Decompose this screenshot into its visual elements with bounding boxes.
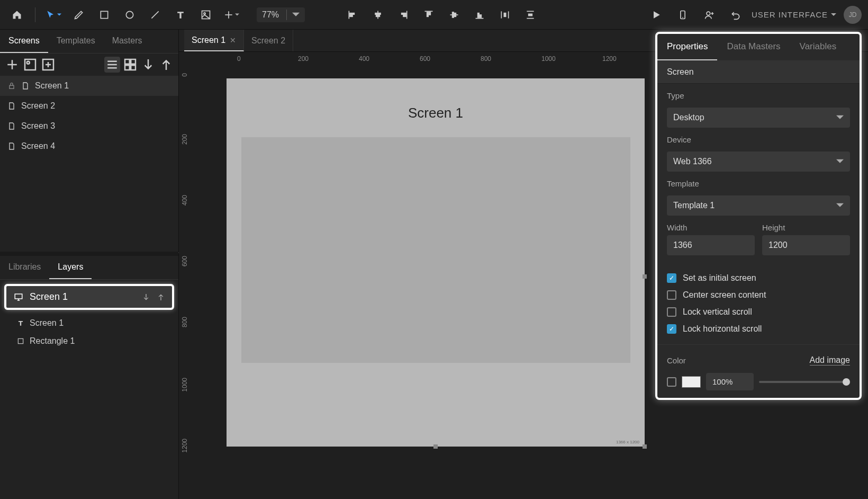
layer-label: Rectangle 1: [30, 336, 75, 346]
ruler-tick: 800: [181, 317, 188, 327]
svg-rect-20: [453, 12, 454, 17]
add-folder-icon[interactable]: [40, 57, 56, 73]
tab-data-masters[interactable]: Data Masters: [717, 34, 790, 60]
rectangle-tool-icon[interactable]: [94, 4, 115, 25]
line-tool-icon[interactable]: [144, 4, 166, 25]
svg-point-33: [707, 12, 710, 15]
device-preview-icon[interactable]: [672, 4, 693, 25]
add-tool-icon[interactable]: [221, 4, 242, 25]
page-icon: [7, 101, 16, 111]
sort-down-icon[interactable]: [140, 57, 156, 73]
layer-item-text[interactable]: Screen 1: [0, 314, 178, 332]
text-tool-icon[interactable]: [170, 4, 191, 25]
tab-variables[interactable]: Variables: [790, 34, 846, 60]
tab-masters[interactable]: Masters: [104, 30, 151, 53]
align-left-icon[interactable]: [342, 4, 363, 25]
share-icon[interactable]: [699, 4, 720, 25]
screen-label: Screen 2: [21, 101, 55, 111]
pen-tool-icon[interactable]: [68, 4, 89, 25]
svg-rect-12: [376, 15, 380, 16]
screen-item-2[interactable]: Screen 2: [0, 96, 178, 116]
close-icon[interactable]: ✕: [230, 36, 236, 44]
canvas-tab-1[interactable]: Screen 1✕: [184, 30, 244, 51]
ruler-tick: 1200: [181, 439, 188, 453]
color-swatch[interactable]: [682, 376, 701, 388]
template-select[interactable]: Template 1: [667, 195, 850, 216]
tab-properties[interactable]: Properties: [657, 34, 717, 60]
align-center-h-icon[interactable]: [367, 4, 388, 25]
screen-item-4[interactable]: Screen 4: [0, 136, 178, 156]
ruler-tick: 600: [181, 256, 188, 266]
arrow-up-icon[interactable]: [156, 292, 166, 302]
align-middle-icon[interactable]: [444, 4, 465, 25]
artboard-title-text[interactable]: Screen 1: [227, 78, 645, 137]
align-top-icon[interactable]: [418, 4, 439, 25]
color-visibility-checkbox[interactable]: [667, 377, 676, 387]
topbar-right: USER INTERFACE JD: [646, 4, 862, 25]
align-bottom-icon[interactable]: [469, 4, 490, 25]
zoom-control[interactable]: 77%: [257, 7, 305, 22]
arrow-down-icon[interactable]: [141, 292, 151, 302]
height-input[interactable]: [762, 235, 850, 255]
svg-rect-47: [131, 59, 135, 64]
grid-view-icon[interactable]: [122, 57, 138, 73]
ruler-tick: 200: [181, 134, 188, 145]
monitor-icon: [13, 292, 24, 302]
play-icon[interactable]: [646, 4, 667, 25]
chevron-down-icon: [831, 12, 836, 17]
list-view-icon[interactable]: [104, 57, 120, 73]
home-icon[interactable]: [6, 4, 28, 25]
resize-handle-bottom[interactable]: [433, 444, 438, 449]
tab-templates[interactable]: Templates: [48, 30, 104, 53]
tab-screens[interactable]: Screens: [0, 30, 48, 53]
svg-point-39: [27, 61, 30, 64]
layer-item-rect[interactable]: Rectangle 1: [0, 332, 178, 350]
svg-line-2: [151, 11, 158, 18]
sort-up-icon[interactable]: [158, 57, 174, 73]
undo-icon[interactable]: [725, 4, 746, 25]
pointer-tool-icon[interactable]: [43, 4, 64, 25]
distribute-h-icon[interactable]: [494, 4, 516, 25]
opacity-input[interactable]: 100%: [706, 373, 754, 390]
width-input[interactable]: [667, 235, 755, 255]
device-select[interactable]: Web 1366: [667, 152, 850, 172]
slider-knob[interactable]: [843, 378, 850, 386]
add-image-screen-icon[interactable]: [22, 57, 38, 73]
svg-rect-21: [455, 13, 456, 16]
add-image-link[interactable]: Add image: [810, 355, 851, 366]
tab-libraries[interactable]: Libraries: [0, 256, 49, 279]
resize-handle-right[interactable]: [643, 274, 647, 279]
user-interface-dropdown[interactable]: USER INTERFACE: [752, 10, 836, 19]
check-lock-vertical[interactable]: Lock vertical scroll: [667, 307, 850, 317]
width-label: Width: [667, 223, 755, 232]
tab-layers[interactable]: Layers: [49, 256, 92, 279]
tab-label: Screen 2: [251, 36, 285, 46]
avatar[interactable]: JD: [844, 6, 862, 24]
resize-handle-corner[interactable]: [643, 444, 647, 449]
image-tool-icon[interactable]: [195, 4, 216, 25]
svg-point-1: [126, 11, 133, 18]
page-icon: [7, 141, 16, 151]
artboard-rectangle[interactable]: [241, 137, 630, 363]
type-select[interactable]: Desktop: [667, 108, 850, 128]
opacity-slider[interactable]: [759, 381, 850, 383]
checkbox-icon: [667, 273, 676, 283]
check-lock-horizontal[interactable]: Lock horizontal scroll: [667, 324, 850, 334]
svg-rect-23: [478, 13, 480, 17]
screen-item-1[interactable]: Screen 1: [0, 76, 178, 96]
check-center-content[interactable]: Center screen content: [667, 290, 850, 300]
artboard[interactable]: Screen 1 1366 x 1200: [227, 78, 645, 447]
ellipse-tool-icon[interactable]: [119, 4, 140, 25]
distribute-v-icon[interactable]: [520, 4, 541, 25]
section-title: Screen: [657, 61, 860, 84]
align-right-icon[interactable]: [393, 4, 414, 25]
add-screen-icon[interactable]: [4, 57, 20, 73]
rectangle-icon: [17, 337, 24, 345]
screen-item-3[interactable]: Screen 3: [0, 116, 178, 136]
check-initial-screen[interactable]: Set as initial screen: [667, 273, 850, 283]
canvas-tab-2[interactable]: Screen 2: [244, 30, 293, 51]
type-label: Type: [667, 91, 850, 100]
align-tools: [342, 4, 541, 25]
panel-splitter[interactable]: [0, 252, 178, 256]
layer-header[interactable]: Screen 1: [4, 284, 174, 310]
